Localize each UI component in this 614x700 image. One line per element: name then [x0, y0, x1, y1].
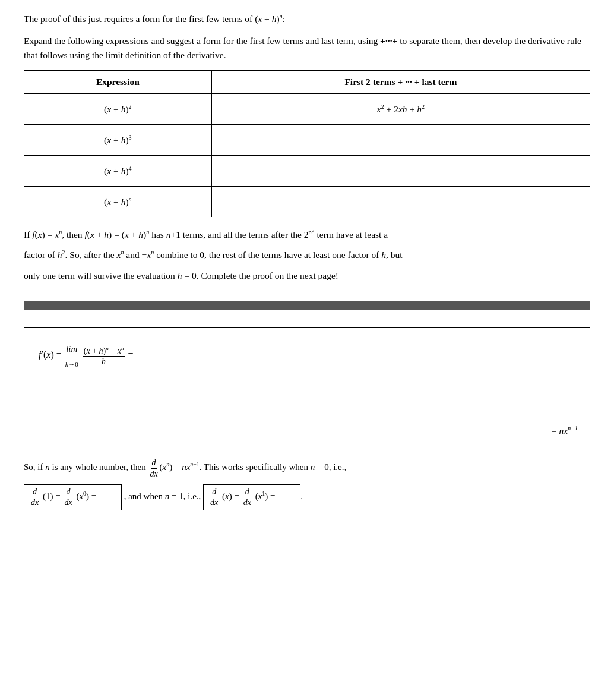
paragraph-line2: factor of h2. So, after the xn and −xn c… — [24, 247, 590, 263]
d-dx-frac-2: d dx — [63, 487, 73, 507]
expr-cell-1: (x + h)2 — [24, 93, 212, 124]
table-row: (x + h)n — [24, 186, 590, 217]
result-cell-1: x2 + 2xh + h2 — [211, 93, 590, 124]
d-den-1: dx — [30, 497, 40, 507]
deriv-frac: d dx — [148, 458, 159, 478]
d-dx-frac-4: d dx — [242, 487, 252, 507]
d-dx-frac-1: d dx — [30, 487, 40, 507]
col-expression-header: Expression — [24, 70, 212, 93]
expr-xplush-n: (x + h)n — [255, 14, 283, 24]
fraction-denominator: h — [100, 357, 107, 366]
d-den-2: dx — [63, 497, 73, 507]
d-num-1: d — [31, 487, 38, 497]
table-row: (x + h)3 — [24, 124, 590, 155]
expr-cell-2: (x + h)3 — [24, 124, 212, 155]
d-num-3: d — [211, 487, 217, 497]
result-nxn-1: = nxn−1 — [550, 425, 578, 436]
d-den-4: dx — [242, 497, 252, 507]
deriv-frac-den: dx — [148, 469, 159, 478]
d-dx-frac-3: d dx — [209, 487, 219, 507]
paragraph-after-table: If f(x) = xn, then f(x + h) = (x + h)n h… — [24, 227, 590, 243]
bottom-boxes-line: d dx (1) = d dx (x0) = ____ , and when n… — [24, 484, 590, 510]
proof-box-content: f′(x) = lim h→0 (x + h)n − xn h = — [39, 340, 575, 371]
equals-sign: = — [128, 349, 133, 360]
deriv-box-2: d dx (x) = d dx (x1) = ____ — [203, 484, 300, 510]
deriv-box-1: d dx (1) = d dx (x0) = ____ — [24, 484, 122, 510]
deriv-frac-num: d — [151, 458, 157, 468]
and-when-text: , and when n = 1, i.e., — [124, 491, 203, 501]
divider-bar — [24, 301, 590, 310]
limit-notation: lim h→0 — [65, 340, 78, 371]
bottom-paragraph: So, if n is any whole number, then d dx … — [24, 458, 590, 478]
intro-paragraph: The proof of this just requires a form f… — [24, 12, 590, 26]
result-cell-2 — [211, 124, 590, 155]
result-cell-4 — [211, 186, 590, 217]
bottom-section: So, if n is any whole number, then d dx … — [24, 458, 590, 510]
table-row: (x + h)2 x2 + 2xh + h2 — [24, 93, 590, 124]
expand-paragraph: Expand the following expressions and sug… — [24, 34, 590, 62]
lim-text: lim — [66, 340, 77, 358]
d-den-3: dx — [209, 497, 219, 507]
d-num-4: d — [244, 487, 251, 497]
limit-fraction: (x + h)n − xn h — [83, 345, 125, 366]
expression-table: Expression First 2 terms + ··· + last te… — [24, 70, 590, 217]
col-terms-header: First 2 terms + ··· + last term — [211, 70, 590, 93]
f-prime-label: f′(x) = — [39, 349, 64, 360]
d-num-2: d — [65, 487, 72, 497]
result-cell-3 — [211, 155, 590, 186]
paragraph-line3: only one term will survive the evaluatio… — [24, 268, 590, 283]
fraction-numerator: (x + h)n − xn — [83, 345, 125, 357]
lim-subscript: h→0 — [65, 358, 78, 371]
section-top: The proof of this just requires a form f… — [24, 12, 590, 283]
expr-cell-3: (x + h)4 — [24, 155, 212, 186]
expr-cell-4: (x + h)n — [24, 186, 212, 217]
proof-box: f′(x) = lim h→0 (x + h)n − xn h = = nxn−… — [24, 327, 590, 446]
table-row: (x + h)4 — [24, 155, 590, 186]
